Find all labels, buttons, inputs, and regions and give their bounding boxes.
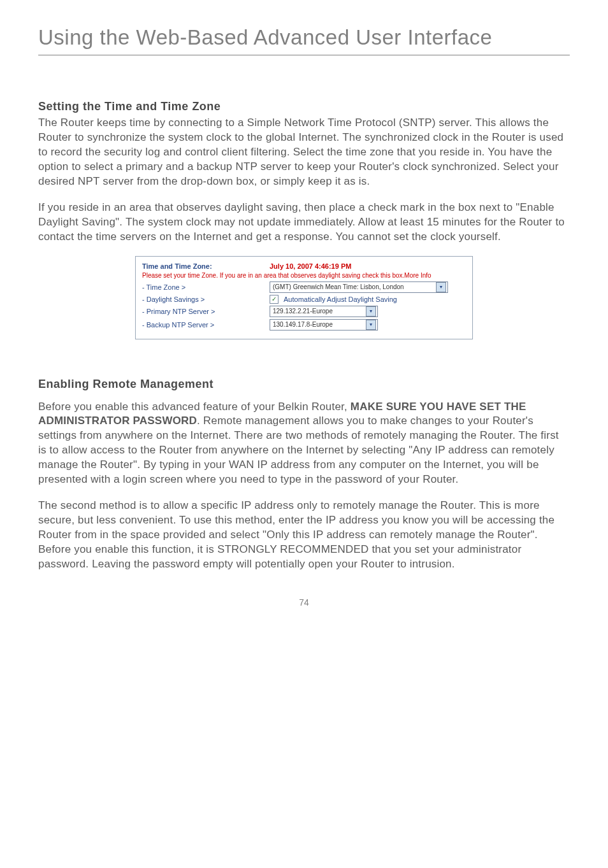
chevron-down-icon: ▾ <box>436 282 446 292</box>
page-title: Using the Web-Based Advanced User Interf… <box>38 25 570 50</box>
dst-checkbox-label: Automatically Adjust Daylight Saving <box>284 295 397 303</box>
section1-heading: Setting the Time and Time Zone <box>38 100 570 113</box>
chevron-down-icon: ▾ <box>366 320 376 330</box>
section1-p2: If you reside in an area that observes d… <box>38 201 570 245</box>
section2-p2: The second method is to allow a specific… <box>38 499 570 572</box>
backup-ntp-label[interactable]: - Backup NTP Server > <box>142 321 270 329</box>
section2-heading: Enabling Remote Management <box>38 378 570 391</box>
settings-panel-wrap: Time and Time Zone: July 10, 2007 4:46:1… <box>38 256 570 339</box>
panel-heading: Time and Time Zone: <box>142 262 270 270</box>
timezone-select[interactable]: (GMT) Greenwich Mean Time: Lisbon, Londo… <box>270 281 448 293</box>
backup-ntp-value: 130.149.17.8-Europe <box>273 321 333 328</box>
section1-p1: The Router keeps time by connecting to a… <box>38 116 570 189</box>
page-number: 74 <box>38 597 570 608</box>
primary-ntp-value: 129.132.2.21-Europe <box>273 308 333 315</box>
panel-datetime: July 10, 2007 4:46:19 PM <box>270 262 351 270</box>
backup-ntp-select[interactable]: 130.149.17.8-Europe ▾ <box>270 319 378 331</box>
primary-ntp-label[interactable]: - Primary NTP Server > <box>142 308 270 315</box>
section2-p1: Before you enable this advanced feature … <box>38 400 570 488</box>
chevron-down-icon: ▾ <box>366 306 376 317</box>
timezone-select-value: (GMT) Greenwich Mean Time: Lisbon, Londo… <box>273 283 404 290</box>
timezone-label[interactable]: - Time Zone > <box>142 283 270 291</box>
panel-note: Please set your time Zone. If you are in… <box>142 272 466 279</box>
dst-label[interactable]: - Daylight Savings > <box>142 295 270 303</box>
section2-p1a: Before you enable this advanced feature … <box>38 401 351 413</box>
time-settings-panel: Time and Time Zone: July 10, 2007 4:46:1… <box>135 256 473 339</box>
title-divider <box>38 55 570 55</box>
primary-ntp-select[interactable]: 129.132.2.21-Europe ▾ <box>270 306 378 317</box>
dst-checkbox[interactable]: ✓ <box>270 295 279 304</box>
